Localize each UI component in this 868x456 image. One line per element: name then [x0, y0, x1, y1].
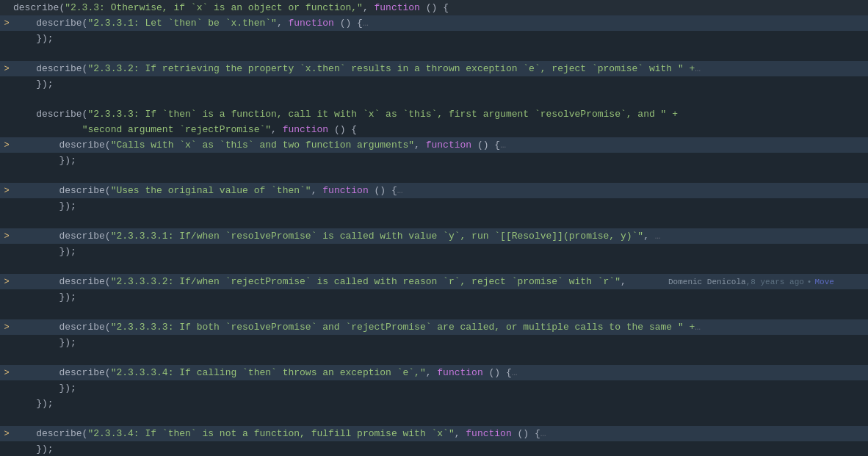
- gutter-arrow[interactable]: [0, 244, 13, 259]
- line-content: [13, 92, 868, 106]
- line-content: });: [13, 76, 868, 92]
- plain-token: () {: [420, 2, 449, 13]
- code-line: > describe("2.3.3.3.1: If/when `resolveP…: [0, 228, 868, 244]
- gutter-arrow[interactable]: [0, 335, 13, 350]
- gutter-arrow[interactable]: [0, 31, 13, 46]
- code-line: > describe("2.3.3.4: If `then` is not a …: [0, 426, 868, 441]
- plain-token: [13, 124, 82, 135]
- code-line: describe("2.3.3: Otherwise, if `x` is an…: [0, 0, 868, 15]
- code-line: > describe("2.3.3.3.4: If calling `then`…: [0, 365, 868, 380]
- dots-token: …: [655, 231, 661, 242]
- code-line: > describe("2.3.3.1: Let `then` be `x.th…: [0, 15, 868, 31]
- plain-token: });: [13, 33, 54, 44]
- kw-function-token: function: [466, 428, 511, 439]
- gutter-arrow[interactable]: [0, 396, 13, 411]
- kw-function-token: function: [322, 185, 368, 196]
- gutter-arrow[interactable]: [0, 168, 13, 183]
- plain-token: ,: [455, 428, 466, 439]
- line-content: });: [13, 289, 868, 305]
- gutter-arrow[interactable]: [0, 380, 13, 396]
- line-content: [13, 350, 868, 365]
- string-token: "2.3.3.3: If `then` is a function, call …: [87, 109, 678, 120]
- code-line: });: [0, 289, 868, 305]
- code-line: "second argument `rejectPromise`", funct…: [0, 122, 868, 137]
- code-line: > describe("2.3.3.2: If retrieving the p…: [0, 61, 868, 76]
- gutter-arrow[interactable]: >: [0, 137, 13, 153]
- plain-token: ,: [643, 231, 655, 242]
- string-token: "2.3.3: Otherwise, if `x` is an object o…: [65, 2, 363, 13]
- gutter-arrow[interactable]: [0, 350, 13, 365]
- blame-author: Domenic Denicola: [668, 278, 746, 286]
- plain-token: });: [13, 155, 76, 166]
- line-content: [13, 214, 868, 228]
- gutter-arrow[interactable]: [0, 305, 13, 319]
- line-content: [13, 305, 868, 319]
- gutter-arrow[interactable]: [0, 122, 13, 137]
- code-line: [0, 214, 868, 228]
- plain-token: describe(: [13, 63, 87, 74]
- plain-token: () {: [512, 428, 540, 439]
- code-line: });: [0, 335, 868, 350]
- gutter-arrow[interactable]: [0, 46, 13, 61]
- plain-token: () {: [328, 124, 357, 135]
- blame-time: 8 years ago: [751, 278, 804, 286]
- string-token: "2.3.3.3.4: If calling `then` throws an …: [111, 367, 426, 378]
- gutter-arrow[interactable]: [0, 214, 13, 228]
- string-token: "2.3.3.2: If retrieving the property `x.…: [87, 63, 695, 74]
- dots-token: …: [512, 367, 518, 378]
- plain-token: ,: [414, 140, 426, 151]
- kw-function-token: function: [426, 140, 471, 151]
- line-content: describe("2.3.3.3.2: If/when `rejectProm…: [13, 274, 662, 289]
- gutter-arrow[interactable]: [0, 198, 13, 214]
- gutter-arrow[interactable]: >: [0, 15, 13, 31]
- line-content: [13, 259, 868, 274]
- dots-token: …: [500, 140, 506, 151]
- string-token: "2.3.3.3.1: If/when `resolvePromise` is …: [111, 231, 644, 242]
- plain-token: () {: [471, 140, 500, 151]
- line-content: [13, 46, 868, 61]
- gutter-arrow[interactable]: >: [0, 426, 13, 441]
- line-content: describe("2.3.3.3.4: If calling `then` t…: [13, 365, 868, 380]
- gutter-arrow[interactable]: [0, 153, 13, 168]
- code-line: });: [0, 396, 868, 411]
- plain-token: describe(: [13, 140, 111, 151]
- line-content: describe("2.3.3.3: If `then` is a functi…: [13, 106, 868, 122]
- plain-token: });: [13, 79, 54, 90]
- gutter-arrow[interactable]: >: [0, 274, 13, 289]
- string-token: "second argument `rejectPromise`": [82, 124, 271, 135]
- gutter-arrow[interactable]: [0, 106, 13, 122]
- plain-token: ,: [277, 18, 289, 29]
- gutter-arrow[interactable]: >: [0, 319, 13, 335]
- plain-token: describe(: [13, 276, 111, 287]
- gutter-arrow[interactable]: [0, 411, 13, 426]
- gutter-arrow[interactable]: >: [0, 365, 13, 380]
- plain-token: describe(: [13, 428, 87, 439]
- gutter-arrow[interactable]: >: [0, 183, 13, 198]
- plain-token: });: [13, 398, 54, 409]
- plain-token: });: [13, 200, 76, 211]
- plain-token: describe(: [13, 367, 111, 378]
- blame-separator: ,: [746, 278, 751, 286]
- code-line: [0, 350, 868, 365]
- gutter-arrow[interactable]: >: [0, 61, 13, 76]
- gutter-arrow[interactable]: [0, 76, 13, 92]
- gutter-arrow[interactable]: [0, 289, 13, 305]
- string-token: "2.3.3.4: If `then` is not a function, f…: [87, 428, 454, 439]
- blame-action[interactable]: Move: [814, 278, 833, 286]
- code-line: > describe("Uses the original value of `…: [0, 183, 868, 198]
- gutter-arrow[interactable]: >: [0, 228, 13, 244]
- line-content: });: [13, 244, 868, 259]
- plain-token: describe(: [13, 109, 87, 120]
- dots-token: …: [540, 428, 546, 439]
- code-line: > describe("2.3.3.3.2: If/when `rejectPr…: [0, 274, 868, 289]
- code-line: });: [0, 380, 868, 396]
- gutter-arrow[interactable]: [0, 0, 13, 15]
- plain-token: ,: [621, 276, 626, 287]
- line-content: });: [13, 198, 868, 214]
- code-line: [0, 411, 868, 426]
- code-line: > describe("Calls with `x` as `this` and…: [0, 137, 868, 153]
- plain-token: () {: [334, 18, 363, 29]
- gutter-arrow[interactable]: [0, 441, 13, 456]
- gutter-arrow[interactable]: [0, 92, 13, 106]
- gutter-arrow[interactable]: [0, 259, 13, 274]
